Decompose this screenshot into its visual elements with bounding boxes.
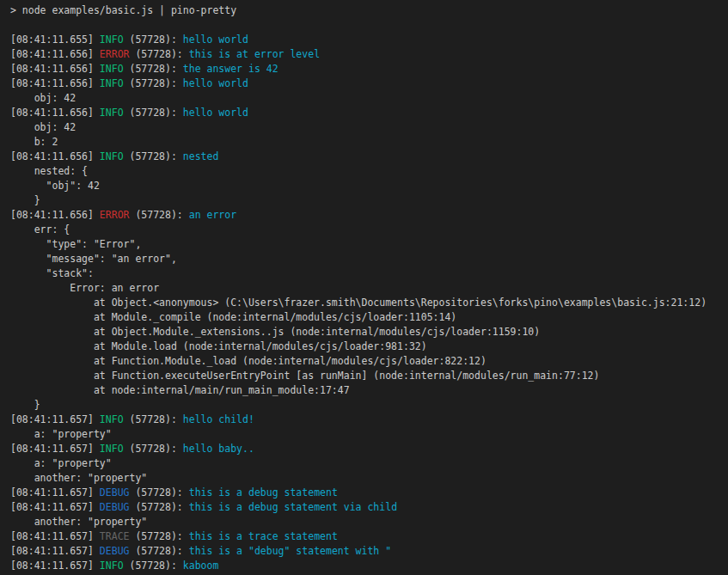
log-segment: (57728): <box>129 209 188 221</box>
terminal-line: [08:41:11.657] INFO (57728): kaboom <box>10 559 728 573</box>
log-segment: at Module._compile (node:internal/module… <box>10 311 456 323</box>
log-segment: this is a "debug" statement with " <box>189 545 391 557</box>
log-segment: DEBUG <box>100 501 130 513</box>
log-segment: at node:internal/main/run_main_module:17… <box>10 384 350 396</box>
terminal-line: [08:41:11.656] ERROR (57728): an error <box>10 208 728 223</box>
log-segment: [08:41:11.657] <box>10 560 100 572</box>
log-segment: (57728): <box>124 63 183 75</box>
log-segment: at Object.Module._extensions..js (node:i… <box>10 326 540 338</box>
terminal-line: [08:41:11.657] DEBUG (57728): this is a … <box>10 500 728 515</box>
log-segment: INFO <box>100 107 124 119</box>
log-segment: (57728): <box>124 413 183 425</box>
log-segment: this is a debug statement <box>189 486 338 499</box>
terminal-line: at Function.Module._load (node:internal/… <box>10 354 728 369</box>
log-segment: (57728): <box>124 150 183 162</box>
log-segment: TRACE <box>100 530 130 542</box>
log-segment: [08:41:11.656] <box>10 150 100 162</box>
terminal-line: [08:41:11.656] INFO (57728): hello world <box>10 76 728 91</box>
log-segment: DEBUG <box>100 486 130 499</box>
log-segment: a: "property" <box>10 457 112 469</box>
log-segment: (57728): <box>129 501 188 513</box>
log-segment: [08:41:11.656] <box>10 209 100 221</box>
terminal-line: } <box>10 398 728 413</box>
terminal-line: [08:41:11.657] INFO (57728): hello baby.… <box>10 442 728 456</box>
terminal-line: at Function.executeUserEntryPoint [as ru… <box>10 369 728 383</box>
log-segment: nested <box>183 150 219 162</box>
log-segment: [08:41:11.657] <box>10 530 100 542</box>
log-segment: err: { <box>10 223 70 236</box>
log-segment: the answer is 42 <box>183 63 278 75</box>
log-segment: (57728): <box>129 530 188 542</box>
log-segment: "obj": 42 <box>10 180 100 192</box>
terminal-line: [08:41:11.656] ERROR (57728): this is at… <box>10 47 728 62</box>
terminal-line: [08:41:11.657] INFO (57728): hello child… <box>10 413 728 427</box>
log-segment: > node examples/basic.js | pino-pretty <box>10 4 236 16</box>
terminal-line: at Object.Module._extensions..js (node:i… <box>10 325 728 339</box>
terminal-line: obj: 42 <box>10 120 728 135</box>
log-segment: obj: 42 <box>10 92 76 104</box>
terminal-line: [08:41:11.655] INFO (57728): hello world <box>10 33 728 47</box>
terminal-line: [08:41:11.656] INFO (57728): hello world <box>10 106 728 120</box>
terminal-line: a: "property" <box>10 427 728 442</box>
terminal-line: "stack": <box>10 266 728 281</box>
terminal-line: b: 2 <box>10 135 728 150</box>
log-segment: (57728): <box>124 77 183 89</box>
log-segment: [08:41:11.656] <box>10 48 100 60</box>
terminal-line: at Module.load (node:internal/modules/cj… <box>10 339 728 354</box>
log-segment: (57728): <box>129 48 188 60</box>
log-segment: [08:41:11.657] <box>10 413 100 425</box>
log-segment: kaboom <box>183 560 219 572</box>
log-segment: "stack": <box>10 267 94 279</box>
log-segment: (57728): <box>124 443 183 455</box>
terminal-line: > node examples/basic.js | pino-pretty <box>10 3 728 18</box>
log-segment: DEBUG <box>100 545 130 557</box>
terminal[interactable]: > node examples/basic.js | pino-pretty[0… <box>0 0 728 575</box>
log-segment: ERROR <box>100 48 130 60</box>
log-segment: b: 2 <box>10 136 58 148</box>
log-segment: an error <box>189 209 236 221</box>
log-segment: INFO <box>100 63 124 75</box>
log-segment: this is a debug statement via child <box>189 501 397 513</box>
log-segment: [08:41:11.656] <box>10 107 100 119</box>
log-segment: [08:41:11.656] <box>10 77 100 89</box>
log-segment: INFO <box>100 77 124 89</box>
terminal-line: "message": "an error", <box>10 252 728 266</box>
log-segment: INFO <box>100 560 124 572</box>
log-segment: obj: 42 <box>10 121 76 133</box>
log-segment: another: "property" <box>10 472 147 484</box>
log-segment: Error: an error <box>10 282 159 294</box>
log-segment: at Module.load (node:internal/modules/cj… <box>10 340 427 352</box>
log-segment: [08:41:11.657] <box>10 486 100 499</box>
log-segment: INFO <box>100 34 124 46</box>
log-segment: hello child! <box>183 413 254 425</box>
terminal-line: [08:41:11.657] TRACE (57728): this is a … <box>10 529 728 544</box>
log-segment: this is a trace statement <box>189 530 338 542</box>
terminal-line: nested: { <box>10 164 728 179</box>
log-segment: } <box>10 194 40 206</box>
log-segment: (57728): <box>129 545 188 557</box>
terminal-line: err: { <box>10 223 728 237</box>
terminal-line: [08:41:11.657] DEBUG (57728): this is a … <box>10 486 728 500</box>
terminal-line: [08:41:11.656] INFO (57728): nested <box>10 150 728 164</box>
log-segment: [08:41:11.656] <box>10 63 100 75</box>
log-segment: another: "property" <box>10 516 147 528</box>
log-segment: nested: { <box>10 165 88 177</box>
log-segment: INFO <box>100 150 124 162</box>
terminal-line: obj: 42 <box>10 91 728 106</box>
terminal-line: at Module._compile (node:internal/module… <box>10 310 728 325</box>
log-segment: [08:41:11.655] <box>10 34 100 46</box>
terminal-line: a: "property" <box>10 456 728 471</box>
terminal-body: > node examples/basic.js | pino-pretty[0… <box>10 3 728 573</box>
terminal-line: } <box>10 193 728 208</box>
terminal-line: [08:41:11.656] INFO (57728): the answer … <box>10 62 728 76</box>
terminal-screen: { "terminal": { "colors": { "background"… <box>0 0 728 575</box>
terminal-line <box>10 18 728 33</box>
log-segment: (57728): <box>129 486 188 499</box>
log-segment: a: "property" <box>10 428 112 440</box>
log-segment: [08:41:11.657] <box>10 443 100 455</box>
log-segment: at Object.<anonymous> (C:\Users\frazer.s… <box>10 297 707 309</box>
log-segment: this is at error level <box>189 48 320 60</box>
terminal-line: Error: an error <box>10 281 728 296</box>
log-segment: INFO <box>100 413 124 425</box>
terminal-line: [08:41:11.657] DEBUG (57728): this is a … <box>10 544 728 559</box>
